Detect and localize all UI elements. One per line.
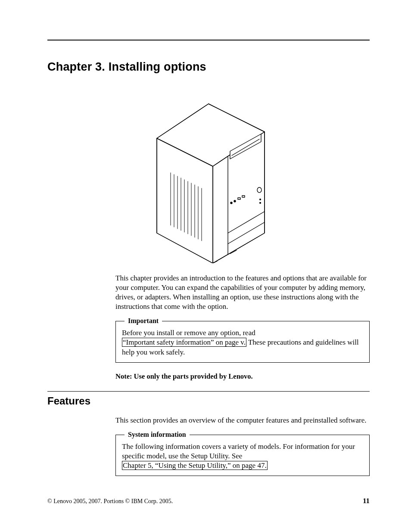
- setup-utility-link[interactable]: Chapter 5, “Using the Setup Utility,” on…: [122, 461, 268, 470]
- svg-point-13: [260, 202, 261, 204]
- svg-point-8: [234, 200, 236, 202]
- parts-note: Note: Use only the parts provided by Len…: [115, 372, 370, 381]
- important-body: Before you install or remove any option,…: [122, 328, 363, 357]
- chapter-title: Chapter 3. Installing options: [47, 60, 370, 74]
- computer-tower-figure: [47, 91, 370, 265]
- safety-info-link[interactable]: “Important safety information” on page v…: [122, 338, 246, 347]
- important-before: Before you install or remove any option,…: [122, 329, 255, 337]
- important-box: Important Before you install or remove a…: [115, 321, 370, 362]
- important-legend: Important: [125, 317, 162, 325]
- system-info-box: System information The following informa…: [115, 435, 370, 476]
- section-rule: [47, 391, 370, 392]
- page-footer: © Lenovo 2005, 2007. Portions © IBM Corp…: [47, 497, 370, 505]
- system-info-body: The following information covers a varie…: [122, 442, 363, 470]
- chapter-intro: This chapter provides an introduction to…: [115, 274, 370, 311]
- sysinfo-before: The following information covers a varie…: [122, 442, 355, 460]
- top-rule: [47, 40, 370, 40]
- page-number: 11: [363, 497, 370, 505]
- copyright: © Lenovo 2005, 2007. Portions © IBM Corp…: [47, 498, 173, 505]
- system-info-legend: System information: [125, 431, 190, 439]
- svg-point-12: [260, 199, 261, 200]
- features-title: Features: [47, 395, 370, 407]
- svg-point-7: [230, 202, 232, 204]
- tower-icon: [131, 91, 286, 263]
- features-intro: This section provides an overview of the…: [115, 416, 370, 425]
